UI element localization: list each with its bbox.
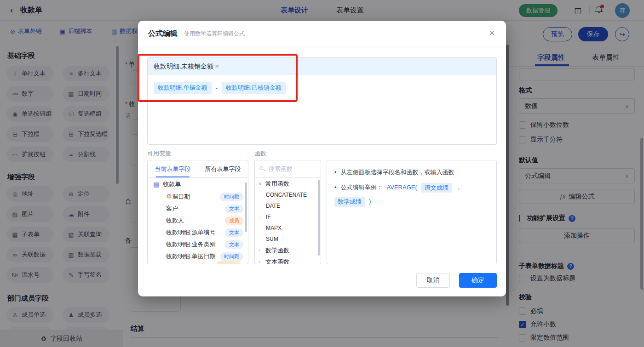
example-comma: ， [456, 183, 462, 192]
variable-row[interactable]: 收款明细.源单编号 文本 [148, 227, 248, 239]
close-icon[interactable]: × [489, 28, 495, 38]
example-field-chip: 数学成绩 [334, 197, 365, 207]
function-item[interactable]: CONCATENATE [255, 189, 321, 200]
cancel-button[interactable]: 取消 [416, 273, 450, 288]
help-example: 公式编辑举例： AVERAGE( 语文成绩 ， 数学成绩 ) [334, 183, 489, 207]
form-node-label: 收款单 [163, 180, 181, 188]
function-search-input[interactable] [269, 165, 310, 172]
type-badge: 时间戳 [220, 193, 243, 201]
variable-name: 收款人 [166, 216, 184, 225]
example-function: AVERAGE( [387, 183, 417, 192]
chevron-expanded-icon: ∨ [259, 181, 263, 186]
function-group[interactable]: › 文本函数 [255, 256, 321, 264]
variable-row[interactable]: 单据日期 时间戳 [148, 191, 248, 203]
variable-name: 单据日期 [166, 193, 190, 201]
functions-label: 函数 [254, 149, 266, 158]
annotation-highlight [138, 54, 298, 102]
function-item[interactable]: SUM [255, 233, 321, 245]
modal-title: 公式编辑 [148, 29, 178, 39]
type-badge: 文本 [225, 205, 243, 213]
function-group[interactable]: ∨ 常用函数 [255, 178, 321, 189]
help-tip: 从左侧面板选择字段名和函数，或输入函数 [334, 168, 489, 177]
tab-all-form-fields[interactable]: 所有表单字段 [198, 160, 248, 177]
variables-panel: 当前表单字段 所有表单字段 ▤ 收款单 单据日期 时间戳 客户 文本 收款人 成… [147, 160, 248, 264]
chevron-collapsed-icon: › [259, 248, 263, 253]
type-badge: 时间戳 [220, 252, 243, 261]
modal-subtitle: 使用数学运算符编辑公式 [184, 30, 245, 38]
type-badge: 文本 [225, 228, 243, 237]
function-search [255, 160, 321, 178]
functions-panel: ∨ 常用函数 CONCATENATE DATE IF MAPX SUM › 数学… [254, 160, 321, 264]
variables-scrollbar[interactable] [245, 182, 247, 232]
variable-row[interactable]: 收款明细.业务类别 文本 [148, 239, 248, 250]
type-badge: 文本 [225, 240, 243, 249]
example-field-chip: 语文成绩 [421, 183, 452, 193]
help-tip-text: 从左侧面板选择字段名和函数，或输入函数 [341, 168, 454, 177]
variable-name: 收款明细.业务类别 [166, 240, 216, 249]
form-designer-app: ‹ 收款单 表单设计 表单设置 数据管理 ◫ 存 ⊘ 表单外链 ▣ 后端脚本 ▥… [0, 0, 644, 347]
functions-scrollbar[interactable] [318, 180, 320, 256]
clipped-row [217, 261, 241, 264]
tab-current-form-fields[interactable]: 当前表单字段 [148, 160, 198, 177]
function-item[interactable]: IF [255, 211, 321, 222]
variable-name: 客户 [166, 205, 178, 213]
variable-row[interactable]: 客户 文本 [148, 203, 248, 215]
function-group-label: 文本函数 [265, 258, 289, 265]
variables-tabs: 当前表单字段 所有表单字段 [148, 160, 248, 178]
help-example-label: 公式编辑举例： [341, 183, 383, 192]
function-group-label: 常用函数 [265, 180, 289, 188]
help-panel: 从左侧面板选择字段名和函数，或输入函数 公式编辑举例： AVERAGE( 语文成… [327, 160, 497, 264]
function-item[interactable]: MAPX [255, 222, 321, 233]
form-node[interactable]: ▤ 收款单 [148, 178, 248, 191]
function-group[interactable]: › 数学函数 [255, 245, 321, 256]
form-icon: ▤ [153, 181, 159, 188]
confirm-button[interactable]: 确定 [459, 273, 497, 288]
modal-header: 公式编辑 使用数学运算符编辑公式 [138, 21, 506, 47]
variable-name: 收款明细.单据日期 [166, 252, 216, 261]
variable-name: 收款明细.源单编号 [166, 228, 216, 237]
example-close-paren: ) [369, 197, 371, 206]
variables-label: 可用变量 [147, 149, 171, 158]
function-item[interactable]: DATE [255, 200, 321, 211]
variable-row[interactable]: 收款人 成员 [148, 215, 248, 227]
function-group-label: 数学函数 [265, 246, 289, 255]
type-badge: 成员 [225, 216, 243, 225]
chevron-collapsed-icon: › [259, 259, 263, 264]
search-icon [259, 166, 265, 172]
